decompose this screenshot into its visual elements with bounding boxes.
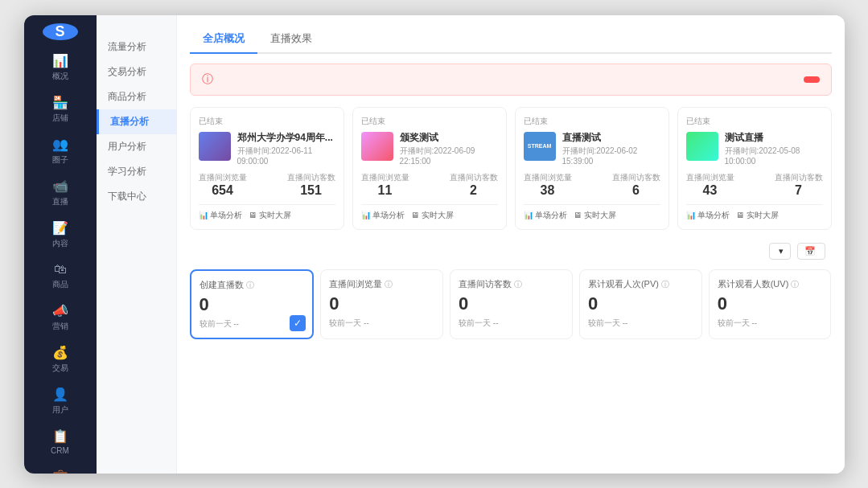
card-status: 已结束 <box>686 116 823 127</box>
check-icon: ✓ <box>290 315 306 331</box>
card-time: 开播时间:2022-06-09 22:15:00 <box>400 146 498 166</box>
card-info: 郑州大学办学94周年... 开播时间:2022-06-11 09:00:00 <box>237 132 335 166</box>
stat-visitors: 直播间访客数 6 <box>612 172 660 198</box>
card-status: 已结束 <box>199 116 335 127</box>
sub-sidebar-item-流量分析[interactable]: 流量分析 <box>97 35 176 59</box>
tabs-bar: 全店概况直播效果 <box>190 25 832 54</box>
realtime-screen-btn[interactable]: 🖥 实时大屏 <box>249 210 291 221</box>
trend-card-compare: 较前一天 -- <box>718 318 823 329</box>
sub-sidebar-item-商品分析[interactable]: 商品分析 <box>97 84 176 109</box>
card-thumbnail <box>686 132 718 161</box>
trend-card-title: 累计观看人次(PV) ⓘ <box>588 278 693 290</box>
sidebar-item-内容[interactable]: 📝内容 <box>47 214 72 256</box>
tab-1[interactable]: 直播效果 <box>257 25 325 54</box>
live-card: 已结束 测试直播 开播时间:2022-05-08 10:00:00 直播间浏览量… <box>677 107 832 231</box>
subscribe-button[interactable] <box>804 76 820 83</box>
chevron-down-icon: ▾ <box>779 246 784 256</box>
sidebar-label-1: 店铺 <box>52 113 68 124</box>
stat-visitors-value: 2 <box>450 183 498 198</box>
alert-banner: ⓘ <box>190 64 832 96</box>
trend-card-title: 直播间浏览量 ⓘ <box>329 278 434 290</box>
stat-visitors-label: 直播间访客数 <box>287 172 335 183</box>
trend-card-value: 0 <box>588 293 693 314</box>
card-header: 测试直播 开播时间:2022-05-08 10:00:00 <box>686 132 823 166</box>
card-stats: 直播间浏览量 43 直播间访客数 7 <box>686 172 823 198</box>
stat-views-value: 11 <box>361 183 409 198</box>
card-thumbnail <box>199 132 231 161</box>
sidebar-item-交易[interactable]: 💰交易 <box>47 338 72 380</box>
card-time: 开播时间:2022-06-02 15:39:00 <box>562 146 660 166</box>
trend-card[interactable]: 直播间访客数 ⓘ 0 较前一天 -- <box>450 269 573 339</box>
alert-icon: ⓘ <box>202 72 213 87</box>
trend-header: ▾ 📅 <box>190 243 832 260</box>
trend-card[interactable]: 累计观看人数(UV) ⓘ 0 较前一天 -- <box>709 269 832 339</box>
sidebar-icon-1: 🏪 <box>52 95 68 110</box>
sidebar-icon-9: 📋 <box>52 429 68 444</box>
info-icon: ⓘ <box>385 279 393 290</box>
trend-card[interactable]: 直播间浏览量 ⓘ 0 较前一天 -- <box>320 269 443 339</box>
main-content: 全店概况直播效果 ⓘ 已结束 郑州大学办学94周年... 开播时间:2022-0… <box>177 15 845 474</box>
live-card: 已结束 颁奖测试 开播时间:2022-06-09 22:15:00 直播间浏览量… <box>352 107 507 231</box>
stat-visitors-label: 直播间访客数 <box>775 172 823 183</box>
scene-analysis-btn[interactable]: 📊 单场分析 <box>524 210 568 221</box>
card-actions: 📊 单场分析 🖥 实时大屏 <box>524 204 660 221</box>
card-thumbnail <box>361 132 393 161</box>
trend-card-compare: 较前一天 -- <box>329 318 434 329</box>
sidebar-label-5: 商品 <box>52 279 68 290</box>
card-time: 开播时间:2022-06-11 09:00:00 <box>237 146 335 166</box>
sidebar-item-商品[interactable]: 🛍商品 <box>47 256 72 297</box>
stat-visitors-label: 直播间访客数 <box>450 172 498 183</box>
scene-analysis-btn[interactable]: 📊 单场分析 <box>361 210 405 221</box>
sidebar-item-圈子[interactable]: 👥圈子 <box>47 130 72 172</box>
trend-card-title: 直播间访客数 ⓘ <box>459 278 564 290</box>
info-icon: ⓘ <box>661 279 669 290</box>
sidebar-item-用户[interactable]: 👤用户 <box>47 380 72 422</box>
sidebar-item-店铺[interactable]: 🏪店铺 <box>47 88 72 130</box>
trend-card[interactable]: 创建直播数 ⓘ 0 较前一天 -- ✓ <box>190 269 315 339</box>
realtime-screen-btn[interactable]: 🖥 实时大屏 <box>411 210 454 221</box>
time-filter-select[interactable]: ▾ <box>769 243 791 260</box>
card-actions: 📊 单场分析 🖥 实时大屏 <box>199 204 335 221</box>
trend-card-compare: 较前一天 -- <box>459 318 564 329</box>
sidebar-item-企微[interactable]: 💼企微 <box>47 461 72 474</box>
scene-analysis-btn[interactable]: 📊 单场分析 <box>199 210 243 221</box>
card-status: 已结束 <box>524 116 660 127</box>
sidebar-icon-0: 📊 <box>52 53 68 68</box>
sub-sidebar-item-用户分析[interactable]: 用户分析 <box>97 134 176 159</box>
sidebar-item-营销[interactable]: 📣营销 <box>47 297 72 338</box>
info-icon: ⓘ <box>791 279 799 290</box>
scene-analysis-btn[interactable]: 📊 单场分析 <box>686 210 730 221</box>
stat-views-label: 直播间浏览量 <box>199 172 247 183</box>
trend-card[interactable]: 累计观看人次(PV) ⓘ 0 较前一天 -- <box>579 269 702 339</box>
sub-sidebar-item-下载中心[interactable]: 下载中心 <box>97 184 176 209</box>
live-card: 已结束 STREAM 直播测试 开播时间:2022-06-02 15:39:00… <box>515 107 669 231</box>
date-filter-select[interactable]: 📅 <box>797 243 825 260</box>
sub-sidebar-item-交易分析[interactable]: 交易分析 <box>97 59 176 84</box>
stat-visitors: 直播间访客数 7 <box>775 172 823 198</box>
sub-sidebar-item-直播分析[interactable]: 直播分析 <box>97 109 176 134</box>
trend-card-value: 0 <box>200 294 305 315</box>
realtime-screen-btn[interactable]: 🖥 实时大屏 <box>736 210 779 221</box>
sub-sidebar-item-学习分析[interactable]: 学习分析 <box>97 159 176 184</box>
card-header: 郑州大学办学94周年... 开播时间:2022-06-11 09:00:00 <box>199 132 335 166</box>
sidebar-item-直播[interactable]: 📹直播 <box>47 172 72 214</box>
stat-views-value: 38 <box>524 183 572 198</box>
card-stats: 直播间浏览量 38 直播间访客数 6 <box>524 172 660 198</box>
sub-sidebar: 流量分析交易分析商品分析直播分析用户分析学习分析下载中心 <box>97 15 177 474</box>
sidebar-label-6: 营销 <box>52 321 68 332</box>
sidebar-icon-3: 📹 <box>52 178 68 194</box>
sidebar-label-3: 直播 <box>52 196 68 207</box>
card-header: STREAM 直播测试 开播时间:2022-06-02 15:39:00 <box>524 132 660 166</box>
sidebar-item-概况[interactable]: 📊概况 <box>47 47 72 88</box>
sidebar-icon-10: 💼 <box>52 468 68 474</box>
live-card: 已结束 郑州大学办学94周年... 开播时间:2022-06-11 09:00:… <box>190 107 344 231</box>
realtime-screen-btn[interactable]: 🖥 实时大屏 <box>574 210 616 221</box>
card-time: 开播时间:2022-05-08 10:00:00 <box>725 146 823 166</box>
stat-visitors-value: 151 <box>287 183 335 198</box>
sidebar-label-8: 用户 <box>52 404 68 416</box>
tab-0[interactable]: 全店概况 <box>190 25 257 54</box>
stat-visitors-label: 直播间访客数 <box>612 172 660 183</box>
sidebar-item-CRM[interactable]: 📋CRM <box>47 422 72 461</box>
trend-card-value: 0 <box>459 293 564 314</box>
trend-card-compare: 较前一天 -- <box>200 318 305 330</box>
